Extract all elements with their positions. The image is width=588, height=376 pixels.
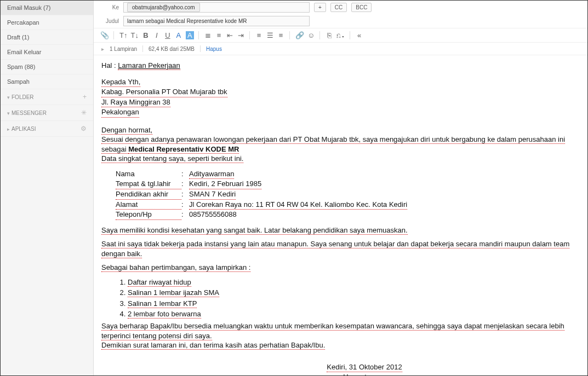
sidebar-spam[interactable]: Spam (88) — [1, 60, 93, 74]
sidebar-apps-section[interactable]: ▸APLIKASI ⚙ — [1, 121, 93, 137]
li4: 2 lembar foto berwarna — [128, 310, 201, 319]
attachments-list: Daftar riwayat hidup Salinan 1 lembar ij… — [128, 277, 580, 320]
subject-label: Judul — [101, 18, 119, 24]
attach-size: 62,4 KB dari 25MB — [149, 46, 195, 52]
sidebar-sent[interactable]: Email Keluar — [1, 45, 93, 60]
messenger-status-icon[interactable]: ✳ — [81, 109, 87, 117]
bold-button[interactable]: B — [142, 31, 150, 39]
thanks-text: Demikian surat lamaran ini, dan terima k… — [101, 341, 325, 350]
font-color-button[interactable]: A — [175, 31, 182, 39]
sidebar-chat[interactable]: Percakapan — [1, 15, 93, 30]
sidebar-folder-label: FOLDER — [12, 94, 34, 100]
to-label: Ke — [101, 4, 119, 10]
kabag-line: Kabag. Personalia PT Obat Mujarab tbk — [101, 87, 227, 97]
sidebar-folder-section[interactable]: ▾FOLDER + — [1, 89, 93, 105]
sidebar-trash[interactable]: Sampah — [1, 74, 93, 89]
row-addr-label: Alamat — [116, 200, 181, 210]
attach-delete-link[interactable]: Hapus — [206, 46, 222, 52]
email-body-editor[interactable]: Hal : Lamaran Pekerjaan Kepada Yth, Kaba… — [94, 55, 587, 375]
number-list-icon[interactable]: ≡ — [215, 31, 223, 39]
signature-block: Kediri, 31 Oktober 2012 Hormat saya, Adi… — [266, 362, 463, 375]
para2-text: Data singkat tentang saya, seperti berik… — [101, 154, 243, 163]
greeting-text: Dengan hormat, — [101, 126, 152, 135]
row-addr-value: Jl Corekan Raya no: 11 RT 04 RW 04 Kel. … — [189, 200, 407, 210]
recipient-chip[interactable]: obatmujarab@yahoo.com — [127, 3, 200, 12]
compose-pane: Ke obatmujarab@yahoo.com + CC BCC Judul … — [94, 1, 587, 375]
outdent-icon[interactable]: ⇤ — [226, 31, 234, 39]
row-edu-label: Pendidikan akhir — [116, 189, 181, 200]
sig-date: Kediri, 31 Oktober 2012 — [327, 362, 402, 373]
row-phone-label: Telepon/Hp — [116, 210, 181, 220]
attach-count: 1 Lampiran — [110, 46, 137, 52]
font-decrease-icon[interactable]: T↓ — [130, 31, 138, 39]
highlight-button[interactable]: A — [186, 31, 194, 39]
sig-greet: Hormat saya, — [343, 372, 385, 375]
sidebar: Email Masuk (7) Percakapan Draft (1) Ema… — [1, 1, 94, 375]
row-phone-value: 085755556088 — [189, 210, 237, 220]
kepada-line: Kepada Yth, — [101, 77, 140, 88]
work-text: Saat ini saya tidak bekerja pada instans… — [101, 240, 569, 258]
cc-button[interactable]: CC — [330, 3, 347, 12]
li3: Salinan 1 lembar KTP — [128, 299, 197, 308]
italic-button[interactable]: I — [153, 31, 161, 39]
subject-input[interactable] — [123, 16, 310, 26]
collapse-toolbar-icon[interactable]: « — [356, 31, 363, 39]
subject-row: Judul — [94, 14, 587, 28]
sidebar-inbox[interactable]: Email Masuk (7) — [1, 1, 93, 15]
align-right-icon[interactable]: ≡ — [277, 31, 285, 39]
bullet-list-icon[interactable]: ≣ — [204, 31, 212, 39]
hal-label: Hal : — [101, 61, 116, 70]
li2: Salinan 1 lembar ijazah SMA — [128, 288, 219, 297]
attach-icon[interactable]: 📎 — [100, 31, 109, 39]
underline-button[interactable]: U — [164, 31, 172, 39]
apps-gear-icon[interactable]: ⚙ — [81, 125, 87, 132]
health-text: Saya memiliki kondisi kesehatan yang san… — [101, 226, 408, 235]
indent-icon[interactable]: ⇥ — [237, 31, 245, 39]
row-ttl-label: Tempat & tgl.lahir — [116, 179, 181, 189]
emoji-icon[interactable]: ☺ — [307, 31, 315, 39]
sidebar-messenger-section[interactable]: ▾MESSENGER ✳ — [1, 105, 93, 121]
tool2-icon[interactable]: ⎌▾ — [336, 31, 345, 39]
row-nama-value: Adityawarman — [189, 169, 234, 180]
align-center-icon[interactable]: ☰ — [266, 31, 274, 39]
link-icon[interactable]: 🔗 — [295, 31, 304, 39]
hal-value: Lamaran Pekerjaan — [118, 61, 180, 70]
expand-attach-icon[interactable]: ▸ — [101, 46, 104, 52]
sidebar-messenger-label: MESSENGER — [12, 110, 47, 116]
consider-text: Sebagai bahan pertimbangan, saya lampirk… — [101, 263, 250, 272]
row-nama-label: Nama — [116, 169, 181, 180]
add-folder-icon[interactable]: + — [83, 93, 87, 101]
to-row: Ke obatmujarab@yahoo.com + CC BCC — [94, 1, 587, 14]
add-recipient-button[interactable]: + — [314, 3, 326, 12]
to-input[interactable]: obatmujarab@yahoo.com — [123, 2, 310, 13]
sidebar-apps-label: APLIKASI — [12, 126, 36, 132]
align-left-icon[interactable]: ≡ — [255, 31, 263, 39]
jalan-line: Jl. Raya Minggiran 38 — [101, 97, 170, 108]
personal-data-table: Nama:Adityawarman Tempat & tgl.lahir:Ked… — [116, 169, 580, 220]
font-increase-icon[interactable]: T↑ — [119, 31, 127, 39]
hope-text: Saya berharap Bapak/Ibu bersedia meluang… — [101, 322, 564, 340]
format-toolbar: 📎 T↑ T↓ B I U A A ≣ ≡ ⇤ ⇥ ≡ ☰ ≡ — [94, 28, 587, 43]
bcc-button[interactable]: BCC — [351, 3, 372, 12]
tool1-icon[interactable]: ⎘ — [326, 31, 333, 39]
row-ttl-value: Kediri, 2 Februari 1985 — [189, 179, 261, 189]
attachment-bar: ▸ 1 Lampiran 62,4 KB dari 25MB Hapus — [94, 43, 587, 55]
row-edu-value: SMAN 7 Kediri — [189, 189, 236, 200]
sidebar-draft[interactable]: Draft (1) — [1, 30, 93, 45]
para1-bold: Medical Representativ KODE MR — [128, 145, 239, 154]
li1: Daftar riwayat hidup — [128, 278, 191, 287]
kota-line: Pekalongan — [101, 107, 139, 118]
